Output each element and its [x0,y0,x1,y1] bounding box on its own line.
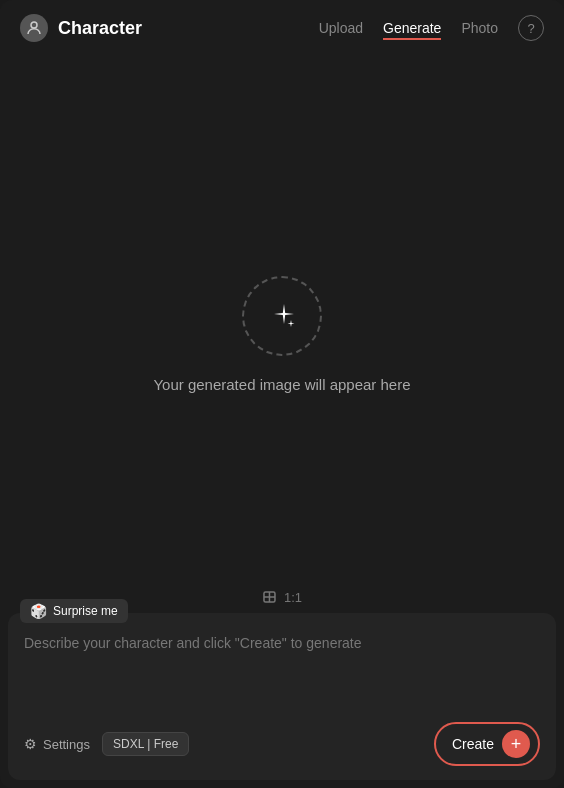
main-content: Your generated image will appear here 1:… [0,56,564,613]
avatar [20,14,48,42]
settings-icon: ⚙ [24,736,37,752]
page-title: Character [58,18,142,39]
nav-generate[interactable]: Generate [383,16,441,40]
placeholder-text: Your generated image will appear here [153,376,410,393]
ratio-label: 1:1 [284,590,302,605]
sparkle-circle [242,276,322,356]
text-area-wrapper [8,613,556,712]
settings-button[interactable]: ⚙ Settings [24,736,90,752]
ratio-icon [262,589,278,605]
create-button[interactable]: Create + [434,722,540,766]
header-left: Character [20,14,142,42]
svg-point-0 [31,22,37,28]
sparkle-icon [266,300,298,332]
help-button[interactable]: ? [518,15,544,41]
nav-upload[interactable]: Upload [319,16,363,40]
create-plus-icon: + [502,730,530,758]
placeholder-area: Your generated image will appear here [153,276,410,393]
settings-label: Settings [43,737,90,752]
surprise-me-button[interactable]: 🎲 Surprise me [20,599,128,623]
bottom-panel: 🎲 Surprise me ⚙ Settings SDXL | Free Cre… [8,613,556,780]
ratio-indicator[interactable]: 1:1 [262,589,302,613]
toolbar-left: ⚙ Settings SDXL | Free [24,732,189,756]
header-nav: Upload Generate Photo ? [319,15,544,41]
bottom-toolbar: ⚙ Settings SDXL | Free Create + [8,712,556,780]
surprise-label: Surprise me [53,604,118,618]
model-badge[interactable]: SDXL | Free [102,732,189,756]
app-container: Character Upload Generate Photo ? [0,0,564,788]
header: Character Upload Generate Photo ? [0,0,564,56]
prompt-input[interactable] [24,633,540,696]
nav-photo[interactable]: Photo [461,16,498,40]
surprise-icon: 🎲 [30,603,47,619]
create-label: Create [452,736,494,752]
